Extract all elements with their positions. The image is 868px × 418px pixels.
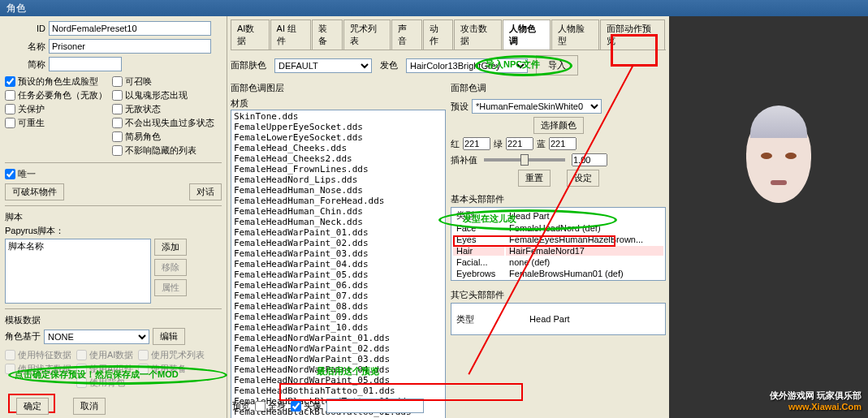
btn-dialog[interactable]: 对话 <box>189 183 222 200</box>
annot-confirm-text: 点击确定保存预设！然后保存成一个MOD <box>15 368 179 381</box>
list-item[interactable]: FemaleHeadNord_Lips.dds <box>232 175 444 185</box>
preview-path[interactable] <box>326 399 424 413</box>
table-row: EyesFemaleEyesHumanHazelBrown... <box>453 235 663 244</box>
list-item[interactable]: FemaleHeadWarPaint_03.dds <box>232 248 444 259</box>
table-row: HairHairFemaleNord17 <box>453 246 663 256</box>
chk-essential[interactable] <box>5 90 15 101</box>
short-input[interactable] <box>49 57 122 71</box>
btn-reset[interactable]: 重置 <box>518 170 551 187</box>
list-item[interactable]: FemaleLowerEyeSocket.dds <box>232 132 444 143</box>
chk-invul[interactable] <box>112 104 123 114</box>
btn-ok[interactable]: 确定 <box>16 398 49 415</box>
btn-props-script: 属性 <box>154 279 187 296</box>
list-item[interactable]: FemaleHeadWarPaint_01.dds <box>232 227 444 238</box>
chk-nobleed[interactable] <box>112 118 123 128</box>
preview-label: 预览 <box>232 400 250 412</box>
preset-select[interactable]: *HumanFemaleSkinWhite0 <box>472 99 602 114</box>
list-item[interactable]: FemaleHeadWarPaint_06.dds <box>232 280 444 291</box>
chk-t1 <box>76 350 87 360</box>
face-skin-label: 面部肤色 <box>231 59 266 71</box>
role-base-select[interactable]: NONE <box>44 330 149 344</box>
table-row: Facial...none (def) <box>453 257 663 267</box>
name-label: 名称 <box>5 41 45 53</box>
chk-unique[interactable] <box>5 169 15 179</box>
list-item[interactable]: FemaleHeadNordWarPaint_02.dds <box>232 343 444 354</box>
other-parts-table[interactable]: 类型Head Part <box>451 303 666 335</box>
list-item[interactable]: FemaleHead_FrownLines.dds <box>232 164 444 175</box>
chk-respawn[interactable] <box>5 118 15 128</box>
btn-add-script[interactable]: 添加 <box>154 239 187 256</box>
btn-destructible[interactable]: 可破坏物件 <box>5 183 64 200</box>
list-item[interactable]: FemaleHeadHuman_Chin.dds <box>232 206 444 217</box>
short-label: 简称 <box>5 58 45 71</box>
list-item[interactable]: FemaleHeadHuman_Neck.dds <box>232 217 444 227</box>
papyrus-label: Papyrus脚本： <box>5 225 222 237</box>
chk-t0 <box>5 350 15 360</box>
material-label: 材质 <box>231 97 446 110</box>
face-skin-select[interactable]: DEFAULT <box>274 58 372 73</box>
btn-cancel[interactable]: 取消 <box>73 398 106 415</box>
tab-sound[interactable]: 声音 <box>391 19 421 50</box>
list-item[interactable]: FemaleHeadWarPaint_08.dds <box>232 301 444 312</box>
chk-simple[interactable] <box>112 131 123 142</box>
list-item[interactable]: FemaleUpperEyeSocket.dds <box>232 122 444 132</box>
window-titlebar: 角色 <box>0 0 868 16</box>
tab-preview[interactable]: 面部动作预览 <box>600 19 665 50</box>
tab-aipack[interactable]: AI 组件 <box>270 19 312 50</box>
blue-input[interactable] <box>549 137 577 150</box>
table-row: EyebrowsFemaleBrowsHuman01 (def) <box>453 269 663 278</box>
chk-summon[interactable] <box>112 76 123 87</box>
list-item[interactable]: SkinTone.dds <box>232 111 444 122</box>
preview-row: 预览 全身 头像 <box>227 397 429 415</box>
list-item[interactable]: FemaleHeadWarPaint_09.dds <box>232 312 444 322</box>
preset-label: 预设 <box>451 101 469 113</box>
tab-spells[interactable]: 咒术列表 <box>343 19 391 50</box>
id-label: ID <box>5 24 45 33</box>
btn-choose-color[interactable]: 选择颜色 <box>533 117 584 134</box>
red-input[interactable] <box>463 137 490 150</box>
role-base-label: 角色基于 <box>5 330 41 343</box>
tone-group: 面部色调 <box>451 82 666 94</box>
interp-label: 插补值 <box>451 154 477 166</box>
annot-import-text: 导入NPC文件 <box>486 58 540 71</box>
script-group: 脚本 <box>5 211 222 223</box>
list-item[interactable]: FemaleHeadWarPaint_10.dds <box>232 322 444 333</box>
chk-headshot[interactable] <box>291 401 301 412</box>
chk-ghost[interactable] <box>112 90 123 101</box>
list-item[interactable]: FemaleHeadWarPaint_02.dds <box>232 238 444 248</box>
tab-equip[interactable]: 装备 <box>312 19 342 50</box>
tab-tint[interactable]: 人物色调 <box>503 19 551 50</box>
red-label: 红 <box>451 138 460 150</box>
list-item[interactable]: FemaleHeadHuman_ForeHead.dds <box>232 196 444 206</box>
list-item[interactable]: FemaleHead_Cheeks2.dds <box>232 153 444 164</box>
chk-preset-face[interactable] <box>5 76 15 87</box>
tabs: AI数据 AI 组件 装备 咒术列表 声音 动作 攻击数据 人物色调 人物脸型 … <box>231 19 666 50</box>
layer-group: 面部色调图层 <box>231 82 446 94</box>
name-input[interactable] <box>49 39 211 54</box>
list-item[interactable]: FemaleHeadNordWarPaint_03.dds <box>232 354 444 364</box>
chk-nohide[interactable] <box>112 145 123 156</box>
list-item[interactable]: FemaleHeadBothiahTattoo_01.dds <box>232 386 444 396</box>
list-item[interactable]: FemaleHeadWarPaint_07.dds <box>232 291 444 301</box>
btn-edit-template[interactable]: 编辑 <box>153 328 185 345</box>
green-input[interactable] <box>506 137 533 150</box>
btn-import[interactable]: 导入 <box>536 55 578 75</box>
tab-anim[interactable]: 动作 <box>423 19 453 50</box>
interp-input[interactable] <box>572 153 607 166</box>
btn-remove-script: 移除 <box>154 259 187 276</box>
chk-t2 <box>138 350 149 360</box>
list-item[interactable]: FemaleHeadWarPaint_05.dds <box>232 269 444 280</box>
tab-face[interactable]: 人物脸型 <box>551 19 599 50</box>
list-item[interactable]: FemaleHeadWarPaint_04.dds <box>232 259 444 269</box>
list-item[interactable]: FemaleHeadNordWarPaint_01.dds <box>232 333 444 343</box>
script-list[interactable]: 脚本名称 <box>5 239 151 304</box>
interp-slider[interactable] <box>484 158 565 162</box>
list-item[interactable]: FemaleHead_Cheeks.dds <box>232 143 444 153</box>
tab-aidata[interactable]: AI数据 <box>231 19 270 50</box>
chk-fullbody[interactable] <box>255 401 266 412</box>
chk-protected[interactable] <box>5 104 15 114</box>
list-item[interactable]: FemaleHeadHuman_Nose.dds <box>232 185 444 196</box>
tab-attack[interactable]: 攻击数据 <box>454 19 502 50</box>
id-input[interactable] <box>49 21 211 36</box>
blue-label: 蓝 <box>537 138 546 150</box>
